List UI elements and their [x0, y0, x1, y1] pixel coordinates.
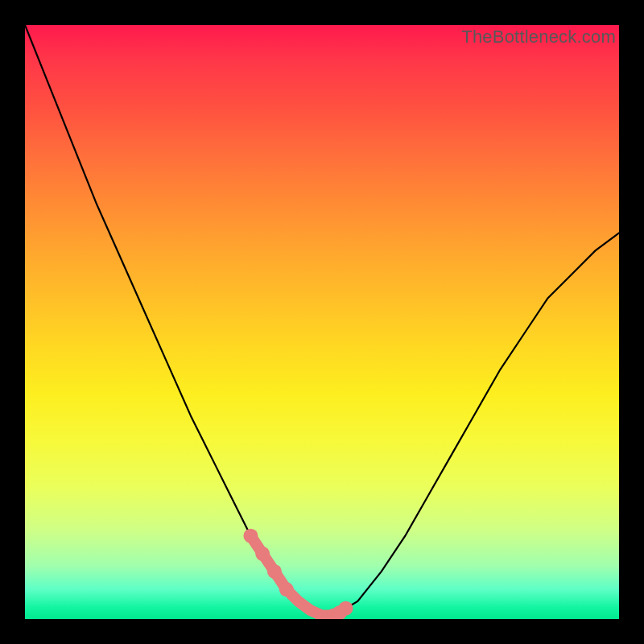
svg-point-3 — [279, 582, 294, 597]
svg-point-2 — [267, 564, 282, 579]
svg-point-6 — [339, 601, 353, 616]
chart-plot-area: TheBottleneck.com — [25, 25, 619, 619]
svg-point-0 — [243, 529, 258, 543]
bottleneck-curve — [25, 25, 619, 619]
svg-point-1 — [255, 547, 270, 561]
